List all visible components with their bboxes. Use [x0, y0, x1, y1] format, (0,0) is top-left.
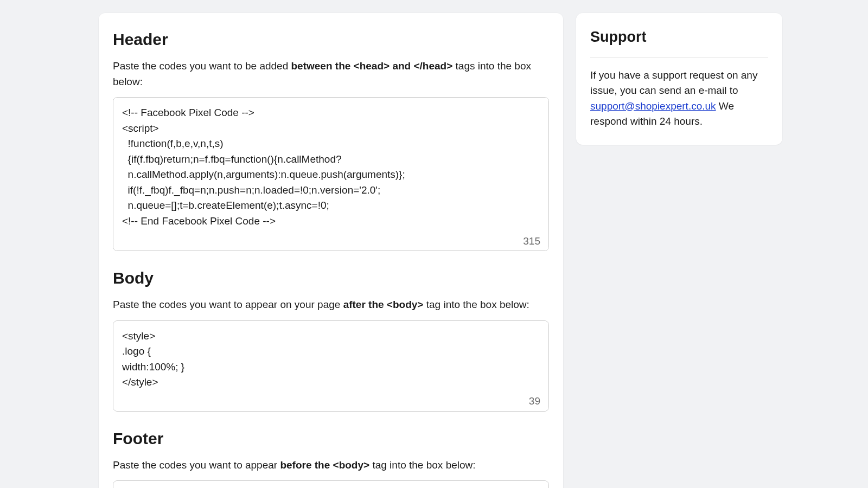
footer-textarea-wrap	[113, 480, 549, 488]
main-card: Header Paste the codes you want to be ad…	[99, 13, 563, 488]
body-textarea-wrap: 39	[113, 320, 549, 415]
header-desc-before: Paste the codes you want to be added	[113, 60, 291, 72]
support-email-link[interactable]: support@shopiexpert.co.uk	[590, 100, 716, 112]
header-code-input[interactable]	[113, 97, 549, 251]
body-desc-bold: after the <body>	[343, 299, 424, 310]
header-section-desc: Paste the codes you want to be added bet…	[113, 59, 549, 89]
footer-section-desc: Paste the codes you want to appear befor…	[113, 458, 549, 473]
support-title: Support	[590, 27, 768, 58]
body-section-desc: Paste the codes you want to appear on yo…	[113, 297, 549, 313]
support-text: If you have a support request on any iss…	[590, 68, 768, 130]
header-desc-bold: between the <head> and </head>	[291, 60, 453, 72]
footer-desc-bold: before the <body>	[280, 459, 369, 471]
footer-code-input[interactable]	[113, 480, 549, 488]
header-section-title: Header	[113, 28, 549, 51]
body-desc-after: tag into the box below:	[423, 299, 529, 310]
footer-desc-after: tag into the box below:	[369, 459, 475, 471]
footer-desc-before: Paste the codes you want to appear	[113, 459, 280, 471]
header-textarea-wrap: 315	[113, 97, 549, 255]
support-card: Support If you have a support request on…	[576, 13, 782, 145]
body-section-title: Body	[113, 267, 549, 290]
body-desc-before: Paste the codes you want to appear on yo…	[113, 299, 343, 310]
footer-section-title: Footer	[113, 427, 549, 450]
support-text-before: If you have a support request on any iss…	[590, 69, 757, 97]
body-code-input[interactable]	[113, 320, 549, 412]
